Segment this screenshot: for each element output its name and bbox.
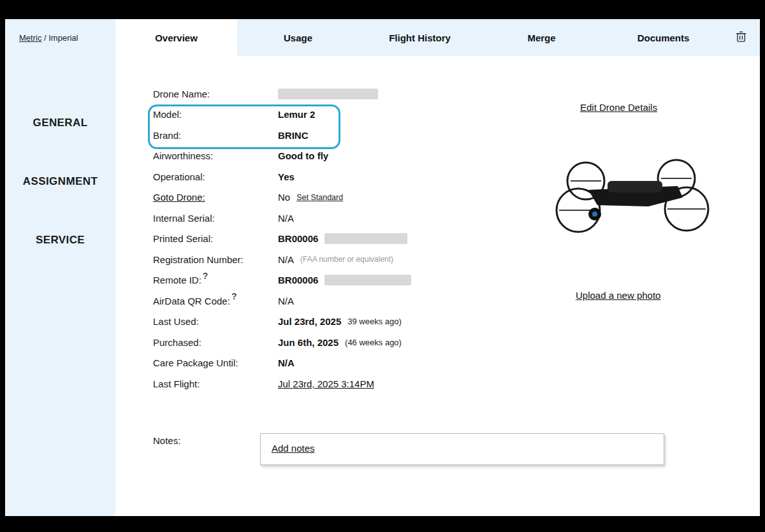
- remote-id-help-icon[interactable]: ?: [203, 271, 208, 281]
- row-remote-id: Remote ID: ? BR00006: [115, 270, 411, 291]
- operational-value: Yes: [278, 171, 295, 182]
- row-drone-name: Drone Name:: [115, 83, 411, 104]
- printed-serial-label: Printed Serial:: [153, 233, 278, 244]
- care-package-value: N/A: [278, 357, 295, 368]
- airworthiness-label: Airworthiness:: [153, 150, 278, 161]
- row-operational: Operational: Yes: [115, 166, 411, 187]
- trash-icon: [735, 30, 747, 46]
- sidebar-item-general[interactable]: GENERAL: [5, 117, 115, 129]
- last-flight-label: Last Flight:: [153, 378, 278, 389]
- units-toggle: Metric / Imperial: [5, 19, 115, 56]
- upload-photo-link[interactable]: Upload a new photo: [576, 290, 660, 301]
- sidebar: GENERAL ASSIGNMENT SERVICE: [5, 56, 115, 516]
- overview-panel: Drone Name: Model: Lemur 2 Brand: BRINC …: [115, 56, 760, 516]
- tab-flight-history[interactable]: Flight History: [359, 19, 481, 56]
- remote-id-value: BR00006: [278, 275, 318, 285]
- internal-serial-label: Internal Serial:: [153, 213, 278, 224]
- delete-drone-button[interactable]: [724, 19, 760, 56]
- tab-overview[interactable]: Overview: [115, 19, 237, 56]
- units-separator: /: [41, 33, 48, 43]
- row-airworthiness: Airworthiness: Good to fly: [115, 146, 411, 167]
- drone-name-label: Drone Name:: [153, 89, 278, 99]
- model-value: Lemur 2: [278, 109, 315, 120]
- edit-drone-details-link[interactable]: Edit Drone Details: [580, 102, 657, 113]
- row-model: Model: Lemur 2: [115, 104, 411, 126]
- last-used-label: Last Used:: [153, 316, 278, 327]
- sidebar-item-assignment[interactable]: ASSIGNMENT: [5, 175, 115, 188]
- drone-details-list: Drone Name: Model: Lemur 2 Brand: BRINC …: [115, 83, 411, 394]
- tab-merge[interactable]: Merge: [481, 19, 602, 56]
- edit-drone-details: Edit Drone Details: [580, 102, 657, 113]
- tabs: Overview Usage Flight History Merge Docu…: [115, 19, 724, 56]
- tab-documents[interactable]: Documents: [602, 19, 724, 56]
- redacted-remote-id: [324, 275, 411, 285]
- remote-id-label: Remote ID:: [153, 275, 201, 285]
- metric-link[interactable]: Metric: [19, 33, 41, 43]
- row-brand: Brand: BRINC: [115, 125, 411, 146]
- registration-number-value: N/A: [278, 254, 294, 265]
- drone-details-page: Metric / Imperial Overview Usage Flight …: [5, 19, 760, 516]
- notes-box[interactable]: Add notes: [260, 433, 664, 465]
- drone-photo: [551, 157, 717, 234]
- care-package-label: Care Package Until:: [153, 357, 278, 368]
- operational-label: Operational:: [153, 171, 278, 182]
- row-care-package: Care Package Until: N/A: [115, 353, 411, 374]
- internal-serial-value: N/A: [278, 213, 294, 224]
- row-last-flight: Last Flight: Jul 23rd, 2025 3:14PM: [115, 373, 411, 394]
- upload-photo: Upload a new photo: [576, 290, 660, 301]
- airworthiness-value: Good to fly: [278, 150, 328, 161]
- imperial-link[interactable]: Imperial: [48, 33, 78, 43]
- add-notes-link[interactable]: Add notes: [272, 443, 315, 454]
- airdata-qr-help-icon[interactable]: ?: [231, 291, 237, 301]
- model-label: Model:: [153, 109, 278, 120]
- set-standard-link[interactable]: Set Standard: [296, 193, 343, 202]
- tab-usage[interactable]: Usage: [237, 19, 359, 56]
- drone-image: [551, 226, 717, 236]
- airdata-qr-label: AirData QR Code:: [153, 296, 230, 306]
- registration-number-label: Registration Number:: [153, 254, 278, 265]
- registration-hint: (FAA number or equivalent): [300, 255, 393, 264]
- purchased-label: Purchased:: [153, 337, 278, 348]
- row-printed-serial: Printed Serial: BR00006: [115, 229, 411, 250]
- sidebar-item-service[interactable]: SERVICE: [5, 234, 115, 247]
- goto-drone-value: No: [278, 192, 290, 203]
- brand-label: Brand:: [153, 130, 278, 141]
- row-purchased: Purchased: Jun 6th, 2025 (46 weeks ago): [115, 332, 411, 353]
- brand-value: BRINC: [278, 130, 309, 141]
- row-goto-drone: Goto Drone: No Set Standard: [115, 187, 411, 208]
- printed-serial-value: BR00006: [278, 233, 318, 244]
- purchased-value: Jun 6th, 2025: [278, 337, 339, 348]
- goto-drone-link[interactable]: Goto Drone:: [153, 192, 205, 203]
- row-last-used: Last Used: Jul 23rd, 2025 39 weeks ago): [115, 312, 411, 333]
- notes-label: Notes:: [153, 435, 180, 446]
- row-internal-serial: Internal Serial: N/A: [115, 208, 411, 229]
- redacted-drone-name: [278, 89, 378, 99]
- last-used-value: Jul 23rd, 2025: [278, 316, 341, 327]
- last-used-ago: 39 weeks ago): [347, 317, 402, 326]
- top-tab-bar: Metric / Imperial Overview Usage Flight …: [5, 19, 760, 56]
- row-registration-number: Registration Number: N/A (FAA number or …: [115, 249, 411, 270]
- purchased-ago: (46 weeks ago): [345, 338, 402, 347]
- last-flight-link[interactable]: Jul 23rd, 2025 3:14PM: [278, 378, 374, 389]
- redacted-printed-serial: [324, 233, 407, 244]
- airdata-qr-value: N/A: [278, 296, 294, 306]
- row-airdata-qr: AirData QR Code: ? N/A: [115, 291, 411, 312]
